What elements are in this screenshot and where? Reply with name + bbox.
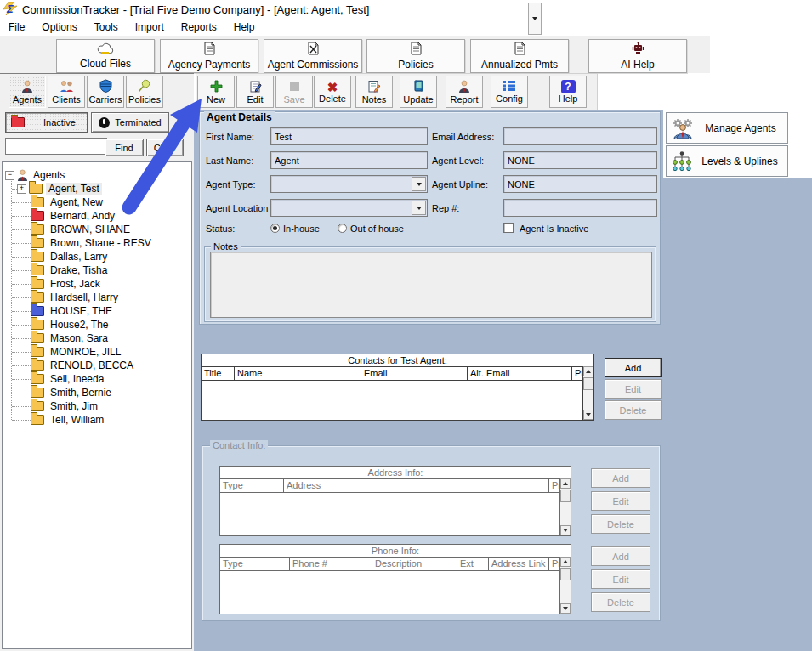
tree-item[interactable]: Tell, William: [12, 413, 106, 427]
save-button[interactable]: Save: [275, 76, 313, 108]
scroll-up-icon[interactable]: [583, 366, 593, 376]
tree-item[interactable]: Sell, Ineeda: [12, 372, 106, 386]
tree-item[interactable]: Brown, Shane - RESV: [12, 236, 154, 250]
scroll-thumb[interactable]: [560, 490, 571, 502]
tree-item[interactable]: Bernard, Andy: [12, 209, 117, 223]
cloud-files-button[interactable]: Cloud Files: [56, 39, 155, 73]
document-icon: [411, 42, 422, 58]
agent-type-select[interactable]: [270, 175, 428, 193]
config-button[interactable]: Config: [491, 76, 528, 108]
levels-uplines-button[interactable]: Levels & Uplines: [666, 145, 788, 177]
tree-item[interactable]: RENOLD, BECCA: [12, 359, 136, 372]
first-name-field[interactable]: [270, 127, 428, 145]
address-add-button[interactable]: Add: [591, 468, 650, 488]
terminated-filter-button[interactable]: Terminated: [91, 112, 169, 133]
help-button[interactable]: ? Help: [549, 76, 587, 108]
email-field[interactable]: [503, 127, 657, 145]
address-edit-button[interactable]: Edit: [591, 491, 650, 511]
clear-button[interactable]: Clear: [146, 139, 184, 156]
document-icon: [514, 42, 525, 58]
tree-item[interactable]: Smith, Bernie: [12, 386, 114, 399]
shield-icon: [99, 79, 112, 94]
find-button[interactable]: Find: [105, 139, 144, 156]
menu-reports[interactable]: Reports: [173, 20, 225, 35]
agent-commissions-button[interactable]: Agent Commissions: [264, 39, 362, 73]
contacts-edit-button[interactable]: Edit: [605, 379, 662, 399]
menu-help[interactable]: Help: [225, 20, 264, 35]
report-button[interactable]: Report: [446, 76, 483, 108]
search-input[interactable]: [5, 138, 107, 155]
phone-add-button[interactable]: Add: [591, 546, 650, 566]
menu-options[interactable]: Options: [33, 20, 85, 35]
scroll-up-icon[interactable]: [560, 478, 571, 489]
tree-item[interactable]: +Agent, Test: [12, 182, 102, 195]
agent-upline-field[interactable]: [503, 175, 657, 193]
contacts-delete-button[interactable]: Delete: [605, 400, 662, 420]
policies-main-button[interactable]: Policies: [366, 39, 465, 73]
menu-import[interactable]: Import: [127, 20, 173, 35]
chevron-down-icon[interactable]: [412, 177, 426, 191]
app-icon: Σ: [3, 2, 17, 17]
out-of-house-radio[interactable]: [338, 224, 347, 233]
in-house-radio[interactable]: [270, 224, 280, 233]
tree-item[interactable]: Agent, New: [12, 195, 105, 209]
tree-item[interactable]: MONROE, JILL: [12, 345, 123, 359]
contacts-scrollbar[interactable]: [582, 366, 593, 420]
delete-button[interactable]: ✖ Delete: [314, 76, 351, 108]
config-dropdown-button[interactable]: [528, 3, 542, 35]
in-house-label: In-house: [283, 224, 320, 234]
notes-button[interactable]: Notes: [355, 76, 393, 108]
agent-inactive-checkbox[interactable]: [503, 223, 514, 233]
ai-help-button[interactable]: AI Help: [588, 39, 687, 73]
notes-textarea[interactable]: [210, 252, 652, 318]
scroll-down-icon[interactable]: [560, 525, 571, 535]
scroll-thumb[interactable]: [560, 568, 571, 580]
annualized-pmts-button[interactable]: Annualized Pmts: [470, 39, 569, 73]
new-button[interactable]: New: [197, 76, 235, 108]
update-button[interactable]: Update: [400, 76, 437, 108]
menu-tools[interactable]: Tools: [86, 20, 127, 35]
scroll-up-icon[interactable]: [560, 557, 571, 567]
agent-level-field[interactable]: [503, 151, 657, 169]
last-name-field[interactable]: [270, 151, 428, 169]
phone-scrollbar[interactable]: [559, 557, 571, 614]
edit-button[interactable]: Edit: [236, 76, 274, 108]
tree-item[interactable]: Hardsell, Harry: [12, 291, 121, 304]
scroll-down-icon[interactable]: [560, 603, 571, 614]
folder-icon: [31, 265, 44, 275]
scroll-down-icon[interactable]: [583, 410, 593, 420]
nav-carriers-button[interactable]: Carriers: [87, 76, 124, 108]
address-delete-button[interactable]: Delete: [591, 514, 650, 534]
scroll-thumb[interactable]: [583, 377, 593, 390]
agent-location-select[interactable]: [270, 199, 428, 217]
out-of-house-label: Out of house: [350, 224, 404, 234]
tree-item[interactable]: Smith, Jim: [12, 399, 100, 413]
contacts-add-button[interactable]: Add: [605, 358, 662, 377]
folder-icon: [31, 306, 44, 316]
tree-item[interactable]: Frost, Jack: [12, 277, 103, 291]
nav-clients-button[interactable]: Clients: [48, 76, 85, 108]
nav-policies-button[interactable]: Policies: [126, 76, 163, 108]
inactive-filter-button[interactable]: Inactive: [5, 112, 88, 133]
agency-payments-button[interactable]: Agency Payments: [160, 39, 258, 73]
phone-delete-button[interactable]: Delete: [591, 592, 650, 612]
expand-icon[interactable]: +: [17, 184, 26, 194]
address-scrollbar[interactable]: [559, 478, 571, 535]
chevron-down-icon[interactable]: [412, 201, 426, 215]
tree-item[interactable]: BROWN, SHANE: [12, 223, 133, 236]
collapse-icon[interactable]: −: [5, 171, 14, 180]
folder-icon: [31, 211, 44, 221]
tree-item[interactable]: Drake, Tisha: [12, 263, 110, 277]
manage-agents-button[interactable]: Manage Agents: [666, 112, 788, 144]
nav-agents-button[interactable]: Agents: [9, 76, 46, 108]
tree-item[interactable]: Dallas, Larry: [12, 250, 110, 263]
red-folder-icon: [11, 117, 25, 127]
tree-item[interactable]: HOUSE, THE: [12, 304, 115, 318]
phone-edit-button[interactable]: Edit: [591, 569, 650, 589]
tree-item[interactable]: Mason, Sara: [12, 331, 111, 345]
rep-number-field[interactable]: [503, 199, 657, 217]
tree-root-agents[interactable]: − Agents: [5, 168, 67, 182]
folder-icon: [29, 184, 43, 194]
menu-file[interactable]: File: [0, 20, 33, 35]
tree-item[interactable]: House2, The: [12, 318, 111, 331]
